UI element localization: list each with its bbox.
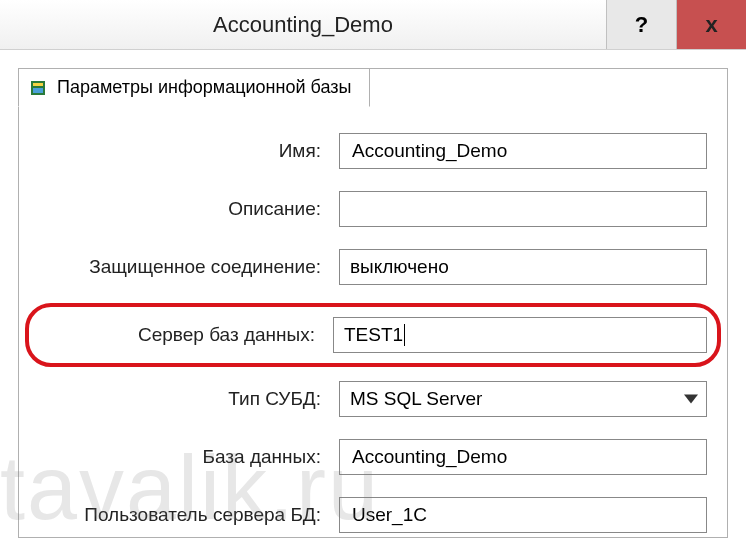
row-description: Описание:	[39, 187, 707, 231]
groupbox: Параметры информационной базы Имя: Описа…	[18, 68, 728, 538]
input-description[interactable]	[339, 191, 707, 227]
label-db-server: Сервер баз данных:	[39, 324, 333, 346]
label-db-user: Пользователь сервера БД:	[39, 504, 339, 526]
description-field[interactable]	[350, 192, 696, 226]
dialog-body: Параметры информационной базы Имя: Описа…	[0, 50, 746, 556]
input-db-name[interactable]	[339, 439, 707, 475]
row-db-type: Тип СУБД: MS SQL Server	[39, 377, 707, 421]
db-type-value: MS SQL Server	[350, 388, 482, 410]
db-server-value: TEST1	[344, 324, 405, 347]
label-description: Описание:	[39, 198, 339, 220]
row-db-user: Пользователь сервера БД:	[39, 493, 707, 537]
tab-label: Параметры информационной базы	[57, 77, 351, 98]
row-db-server: Сервер баз данных: TEST1	[39, 313, 707, 357]
input-db-user[interactable]	[339, 497, 707, 533]
svg-rect-2	[33, 88, 43, 93]
close-button[interactable]: x	[676, 0, 746, 49]
row-name: Имя:	[39, 129, 707, 173]
secure-value: выключено	[350, 256, 449, 278]
select-db-type[interactable]: MS SQL Server	[339, 381, 707, 417]
select-secure[interactable]: выключено	[339, 249, 707, 285]
db-user-field[interactable]	[350, 498, 696, 532]
highlight-db-server: Сервер баз данных: TEST1	[25, 303, 721, 367]
label-name: Имя:	[39, 140, 339, 162]
window-title: Accounting_Demo	[0, 12, 606, 38]
input-db-server[interactable]: TEST1	[333, 317, 707, 353]
row-secure-connection: Защищенное соединение: выключено	[39, 245, 707, 289]
label-secure: Защищенное соединение:	[39, 256, 339, 278]
titlebar: Accounting_Demo ? x	[0, 0, 746, 50]
tab-info-base-params[interactable]: Параметры информационной базы	[18, 68, 370, 107]
name-field[interactable]	[350, 134, 696, 168]
db-name-field[interactable]	[350, 440, 696, 474]
database-icon	[29, 78, 49, 98]
input-name[interactable]	[339, 133, 707, 169]
titlebar-buttons: ? x	[606, 0, 746, 49]
help-button[interactable]: ?	[606, 0, 676, 49]
chevron-down-icon	[684, 395, 698, 404]
row-db-name: База данных:	[39, 435, 707, 479]
form-rows: Имя: Описание: Защищенное соединение: вы…	[39, 129, 707, 537]
svg-rect-1	[33, 83, 43, 86]
label-db-type: Тип СУБД:	[39, 388, 339, 410]
label-db-name: База данных:	[39, 446, 339, 468]
